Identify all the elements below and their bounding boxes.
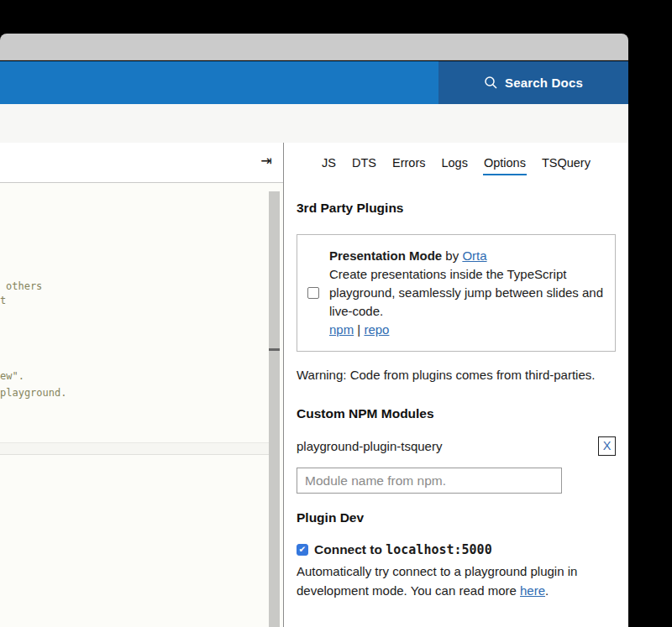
link-separator: | — [357, 322, 360, 337]
search-icon — [484, 76, 498, 90]
read-more-link[interactable]: here — [520, 583, 545, 598]
editor-scrollbar[interactable] — [269, 191, 280, 627]
connect-localhost-row: Connect to localhost:5000 — [297, 542, 616, 557]
code-line: others — [6, 280, 42, 292]
plugin-npm-link[interactable]: npm — [329, 322, 354, 337]
plugins-warning-text: Warning: Code from plugins comes from th… — [297, 366, 627, 384]
window-titlebar — [0, 34, 628, 60]
dock-sidebar-icon[interactable]: ⇥ — [261, 154, 272, 168]
connect-localhost-checkbox[interactable] — [297, 544, 308, 556]
plugin-repo-link[interactable]: repo — [364, 322, 389, 337]
plugin-name: Presentation Mode — [329, 248, 442, 263]
npm-module-input[interactable] — [297, 468, 562, 494]
npm-module-name: playground-plugin-tsquery — [297, 439, 442, 453]
tab-tsquery[interactable]: TSQuery — [541, 154, 591, 175]
plugin-dev-heading: Plugin Dev — [297, 510, 616, 525]
localhost-address: localhost:5000 — [386, 542, 491, 557]
plugin-dev-description: Automatically try connect to a playgroun… — [297, 562, 631, 600]
code-line: playground. — [0, 387, 66, 399]
custom-npm-modules-heading: Custom NPM Modules — [297, 406, 616, 421]
search-docs-button[interactable]: Search Docs — [438, 61, 628, 104]
screen: Search Docs ⇥ others t ew". playground. — [0, 0, 672, 627]
tab-dts[interactable]: DTS — [351, 154, 377, 175]
connect-label: Connect to localhost:5000 — [314, 542, 492, 557]
plugin-description: Create presentations inside the TypeScri… — [329, 267, 603, 318]
sub-header-strip — [0, 104, 628, 143]
search-docs-label: Search Docs — [505, 76, 583, 90]
plugin-card: Presentation Mode by Orta Create present… — [297, 234, 616, 352]
tab-logs[interactable]: Logs — [440, 154, 468, 175]
tab-errors[interactable]: Errors — [391, 154, 426, 175]
scrollbar-decoration — [269, 348, 280, 351]
code-line: t — [0, 295, 6, 306]
sidebar-panel: JS DTS Errors Logs Options TSQuery 3rd P… — [284, 143, 628, 627]
main-content: ⇥ others t ew". playground. JS DTS Error… — [0, 143, 628, 627]
plugin-enable-checkbox[interactable] — [307, 287, 319, 299]
npm-module-row: playground-plugin-tsquery X — [297, 436, 616, 456]
code-editor[interactable]: others t ew". playground. — [0, 183, 283, 627]
editor-toolbar: ⇥ — [0, 143, 283, 183]
sidebar-tabs: JS DTS Errors Logs Options TSQuery — [297, 154, 616, 175]
tab-js[interactable]: JS — [321, 154, 337, 175]
tab-options[interactable]: Options — [483, 154, 527, 175]
editor-pane: ⇥ others t ew". playground. — [0, 143, 283, 627]
top-navbar: Search Docs — [0, 61, 628, 104]
code-line: ew". — [0, 370, 24, 382]
third-party-plugins-heading: 3rd Party Plugins — [297, 201, 616, 216]
remove-module-button[interactable]: X — [598, 436, 616, 456]
plugin-card-text: Presentation Mode by Orta Create present… — [329, 247, 605, 339]
plugin-by-text: by — [445, 248, 459, 263]
plugin-author-link[interactable]: Orta — [462, 248, 486, 263]
current-line-highlight — [0, 442, 269, 455]
